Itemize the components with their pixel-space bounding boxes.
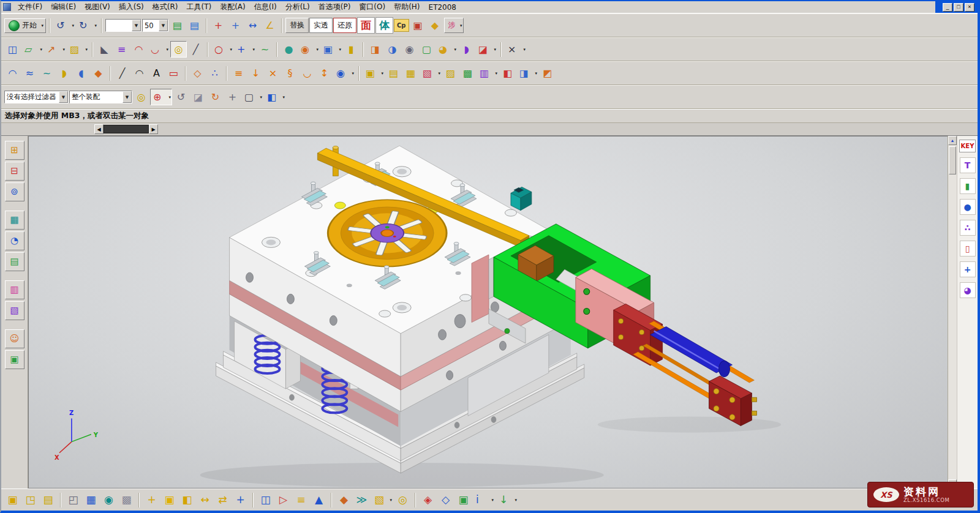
arrangements-icon[interactable]: ▧▾ (371, 492, 393, 508)
menu-analysis[interactable]: 分析(L) (281, 1, 314, 13)
selection-filter-combo-dropdown-icon[interactable]: ▼ (59, 91, 68, 103)
key-button[interactable]: KEY (959, 140, 976, 152)
wrap-curve-icon[interactable]: ◡ (299, 65, 315, 81)
through-curves-icon[interactable]: ≈ (21, 65, 38, 81)
spline-tool-icon[interactable]: ~ (257, 41, 273, 58)
boolean-unite-icon[interactable]: ◉▾ (298, 41, 320, 58)
circle-tool-icon[interactable]: ○▾ (211, 41, 233, 58)
arc-tool-icon[interactable]: ◠ (131, 65, 148, 81)
measure-distance-icon[interactable]: ↔ (244, 17, 261, 34)
snap-point-icon[interactable]: ⊕▾ (150, 89, 172, 105)
layer-visibility-icon[interactable]: ▤ (169, 17, 186, 34)
polygon-tool-icon[interactable]: ◇ (189, 65, 206, 81)
point-set-icon[interactable]: ∴ (206, 65, 223, 81)
selection-scope-combo[interactable]: 整个装配▼ (69, 91, 132, 103)
menu-edit[interactable]: 编辑(E) (47, 1, 80, 13)
limit-switch-block[interactable] (511, 187, 532, 210)
wave-linker-icon[interactable]: ◎ (170, 41, 187, 58)
menu-format[interactable]: 格式(R) (148, 1, 183, 13)
section-surface-icon[interactable]: ◆ (90, 65, 107, 81)
interference-she-button[interactable]: 涉▾ (444, 18, 464, 33)
test-tube-icon[interactable]: ▯ (960, 241, 976, 256)
restore-button[interactable]: 还原 (333, 18, 356, 33)
t-handle-icon[interactable]: T (960, 157, 976, 173)
cue-scroll-right-button[interactable]: ▶ (149, 124, 158, 134)
visualization-icon[interactable]: ▧ (5, 301, 24, 320)
fit-view-window-icon[interactable]: ◰ (65, 492, 81, 508)
hole-feature-icon[interactable]: ◉ (401, 41, 418, 58)
sphere-feature-icon[interactable]: ● (281, 41, 297, 58)
revolve-icon[interactable]: ◑ (384, 41, 401, 58)
intersection-curve-icon[interactable]: × (265, 65, 281, 81)
move-cross-icon[interactable]: + (960, 261, 976, 277)
view-palette-icon[interactable]: ▤ (5, 252, 24, 271)
datum-axis-icon[interactable]: ↗▾ (44, 41, 66, 58)
add-component-icon[interactable]: + (143, 492, 160, 508)
system-scene-icon[interactable]: ▣ (5, 350, 24, 369)
materials-rainbow-icon[interactable]: ▥ (5, 280, 24, 299)
menu-window[interactable]: 窗口(O) (355, 1, 390, 13)
mirror-assembly-icon[interactable]: ◫ (257, 492, 274, 508)
reuse-library-icon[interactable]: ▦ (5, 211, 24, 230)
work-layer-combo-dropdown-icon[interactable]: ▼ (159, 20, 168, 31)
vertical-scroll-thumb[interactable] (949, 146, 956, 174)
menu-help[interactable]: 帮助(H) (390, 1, 424, 13)
new-component-icon[interactable]: ▣ (161, 492, 178, 508)
roles-icon[interactable]: ☺ (5, 329, 24, 348)
display-mode-cube-icon[interactable]: ◧▾ (264, 89, 286, 105)
menu-file[interactable]: 文件(F) (13, 1, 47, 13)
thicken-sheet-icon[interactable]: ▧▾ (420, 65, 442, 81)
dotted-ball-icon[interactable]: ∴ (960, 220, 976, 236)
interference-check-icon[interactable]: ◈ (420, 492, 436, 508)
graphics-canvas[interactable]: Z Y X (28, 136, 948, 489)
project-curve-icon[interactable]: ↓ (247, 65, 264, 81)
restore-button[interactable]: □ (954, 3, 963, 12)
cylinder-feature-icon[interactable]: ▮ (343, 41, 360, 58)
section-curve-icon[interactable]: § (282, 65, 298, 81)
wave-geometry-icon[interactable]: ◎ (394, 492, 411, 508)
patch-body-icon[interactable]: ▩ (459, 65, 476, 81)
arc-curve-icon[interactable]: ◠ (130, 41, 147, 58)
assembly-info-icon[interactable]: i▾ (473, 492, 495, 508)
law-extension-icon[interactable]: ◩ (539, 65, 556, 81)
selection-scope-combo-dropdown-icon[interactable]: ▼ (123, 91, 132, 103)
start-button[interactable]: 开始▾ (4, 18, 46, 33)
chamfer-icon[interactable]: ◗ (458, 41, 475, 58)
vertical-scrollbar[interactable]: ▲ ▼ (948, 136, 957, 489)
gray-parts-icon[interactable]: ▩ (118, 492, 135, 508)
swept-surface-icon[interactable]: ~ (39, 65, 55, 81)
replace-button[interactable]: 替换 (285, 18, 309, 33)
erase-shade-icon[interactable]: ◪ (190, 89, 206, 105)
trim-sheet-icon[interactable]: ◧ (499, 65, 516, 81)
extract-geometry-icon[interactable]: ▣▾ (363, 65, 385, 81)
selection-filter-combo[interactable]: 没有选择过滤器▼ (4, 91, 69, 103)
cue-scroll-left-button[interactable]: ◀ (94, 124, 104, 134)
vertical-scroll-track[interactable] (948, 145, 957, 479)
find-component-icon[interactable]: ▣ (4, 492, 21, 508)
assembly-navigator-icon[interactable]: ⊞ (5, 141, 24, 160)
constraint-navigator-icon[interactable]: ⊟ (5, 162, 24, 181)
create-in-place-icon[interactable]: ◧ (179, 492, 195, 508)
line-tool-icon[interactable]: ╱ (187, 41, 204, 58)
rectangle-tool-icon[interactable]: ▭ (165, 65, 182, 81)
redo-icon[interactable]: ↻▾ (76, 17, 98, 34)
rotary-stripper-plate[interactable] (328, 200, 447, 266)
offset-surface-icon[interactable]: ▥▾ (477, 65, 499, 81)
history-palette-icon[interactable]: ◔ (5, 231, 24, 250)
menu-view[interactable]: 视图(V) (80, 1, 115, 13)
conic-curve-icon[interactable]: ◡▾ (148, 41, 170, 58)
refresh-view-icon[interactable]: ↻ (207, 89, 224, 105)
isocline-curve-icon[interactable]: ◉▾ (333, 65, 355, 81)
menu-et2008[interactable]: ET2008 (424, 2, 461, 13)
model-3d-view[interactable]: Z Y X (29, 137, 948, 488)
hydraulic-cylinder[interactable] (614, 304, 757, 425)
minimize-button[interactable]: _ (943, 3, 952, 12)
menu-assemblies[interactable]: 装配(A) (216, 1, 250, 13)
n-sided-surface-icon[interactable]: ◖ (73, 65, 89, 81)
replace-component-icon[interactable]: ⇄ (214, 492, 231, 508)
interpart-link-icon[interactable]: ◎ (133, 89, 149, 105)
layer-settings-icon[interactable]: ▤ (186, 17, 203, 34)
bounded-plane-icon[interactable]: ▦ (402, 65, 419, 81)
corner-curve-icon[interactable]: ◣ (96, 41, 113, 58)
render-style-combo-dropdown-icon[interactable]: ▼ (132, 20, 141, 31)
